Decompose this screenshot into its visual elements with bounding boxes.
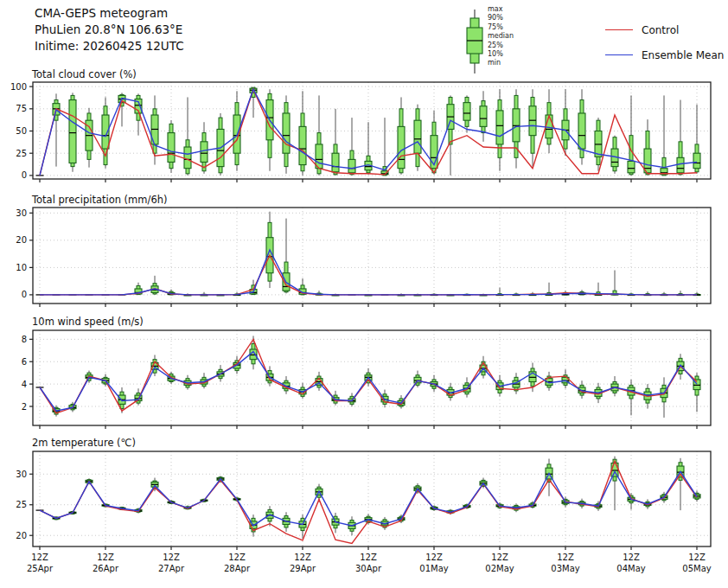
svg-text:12Z: 12Z — [557, 553, 574, 562]
svg-text:12Z: 12Z — [425, 553, 443, 562]
svg-text:12Z: 12Z — [491, 553, 508, 562]
svg-text:4: 4 — [22, 380, 27, 389]
svg-text:27Apr: 27Apr — [158, 564, 185, 573]
svg-text:28Apr: 28Apr — [224, 564, 251, 573]
svg-text:26Apr: 26Apr — [93, 564, 119, 573]
svg-text:20: 20 — [16, 531, 27, 540]
svg-text:2: 2 — [22, 402, 27, 412]
svg-text:0: 0 — [22, 170, 27, 180]
svg-text:12Z: 12Z — [163, 553, 180, 562]
panel-1: 0102030 — [16, 208, 711, 307]
svg-text:30: 30 — [16, 208, 27, 218]
x-axis-labels: 12Z25Apr12Z26Apr12Z27Apr12Z28Apr12Z29Apr… — [27, 553, 712, 573]
svg-text:50: 50 — [16, 126, 27, 136]
panel-0: 0255075100 — [10, 82, 711, 182]
svg-text:30: 30 — [16, 470, 27, 479]
svg-text:04May: 04May — [616, 564, 645, 573]
svg-text:12Z: 12Z — [360, 553, 377, 562]
svg-text:25: 25 — [16, 500, 27, 509]
svg-text:20: 20 — [16, 235, 27, 245]
svg-text:03May: 03May — [551, 564, 579, 573]
svg-text:75: 75 — [16, 104, 27, 113]
svg-text:12Z: 12Z — [623, 553, 640, 562]
svg-text:6: 6 — [22, 357, 27, 367]
svg-text:02May: 02May — [485, 564, 514, 573]
svg-text:12Z: 12Z — [688, 553, 706, 562]
svg-text:12Z: 12Z — [294, 553, 311, 562]
svg-text:10: 10 — [16, 263, 27, 272]
svg-text:12Z: 12Z — [228, 553, 246, 562]
svg-text:25Apr: 25Apr — [27, 564, 54, 573]
svg-text:29Apr: 29Apr — [290, 564, 316, 573]
svg-text:12Z: 12Z — [97, 553, 114, 562]
svg-text:30Apr: 30Apr — [355, 564, 382, 573]
panel-3: 202530 — [16, 451, 711, 550]
meteogram-chart: 02550751000102030246820253012Z25Apr12Z26… — [0, 0, 728, 588]
panel-2: 2468 — [22, 330, 711, 429]
svg-text:0: 0 — [22, 290, 27, 299]
svg-text:25: 25 — [16, 149, 27, 158]
svg-text:01May: 01May — [419, 564, 448, 573]
meteogram-page: CMA-GEPS meteogram PhuLien 20.8°N 106.63… — [0, 0, 728, 588]
svg-text:8: 8 — [22, 335, 27, 344]
svg-text:100: 100 — [10, 82, 27, 92]
svg-text:05May: 05May — [682, 564, 711, 573]
svg-text:12Z: 12Z — [31, 553, 48, 562]
